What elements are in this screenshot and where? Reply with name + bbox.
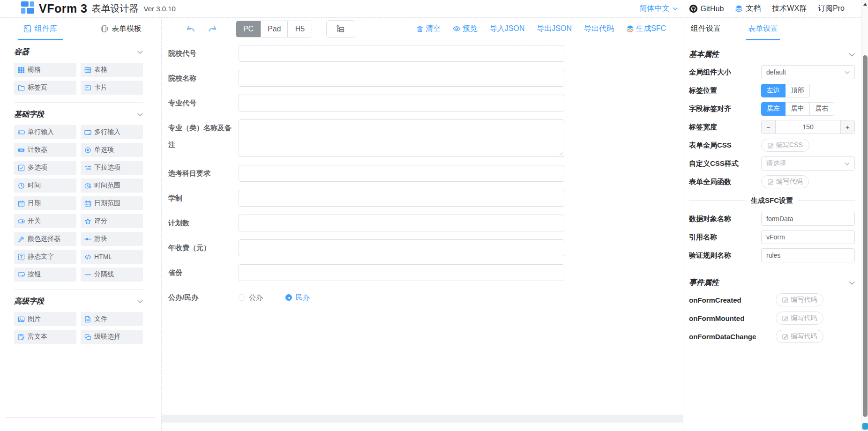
- textarea-input[interactable]: [239, 119, 564, 157]
- tab-widget-library[interactable]: 组件库: [0, 18, 81, 40]
- rules-name-input[interactable]: [761, 248, 855, 262]
- form-field-row[interactable]: 院校代号: [168, 45, 564, 62]
- text-input[interactable]: [239, 190, 564, 207]
- text-input[interactable]: [239, 264, 564, 281]
- text-input[interactable]: [239, 95, 564, 111]
- text-input[interactable]: [239, 70, 564, 87]
- generate-sfc-button[interactable]: 生成SFC: [626, 24, 666, 34]
- basic-props-header[interactable]: 基本属性: [689, 50, 855, 59]
- widget-item-picture[interactable]: 图片: [14, 312, 76, 326]
- write-onformmounted-button[interactable]: 编写代码: [776, 312, 823, 325]
- redo-button[interactable]: [208, 24, 219, 33]
- github-label: GitHub: [701, 5, 724, 13]
- resize-handle-icon[interactable]: [558, 151, 563, 156]
- form-canvas[interactable]: 院校代号 院校名称 专业代号 专业（类）名称及备注: [162, 40, 683, 431]
- widget-item-cascader[interactable]: 级联选择: [81, 330, 143, 344]
- language-selector[interactable]: 简体中文: [640, 4, 678, 14]
- form-field-row[interactable]: 年收费（元）: [168, 239, 564, 256]
- widget-item-rich-text[interactable]: 富文本: [14, 330, 76, 344]
- widget-item-checkbox[interactable]: 多选项: [14, 161, 76, 175]
- radio-option-private[interactable]: 民办: [285, 293, 310, 302]
- widget-item-divider[interactable]: 分隔线: [81, 268, 143, 282]
- text-input[interactable]: [239, 45, 564, 62]
- device-pad[interactable]: Pad: [261, 21, 287, 37]
- widget-item-textarea[interactable]: 多行输入: [81, 125, 143, 139]
- label-width-input[interactable]: [776, 120, 840, 134]
- form-field-row[interactable]: 专业（类）名称及备注: [168, 119, 564, 157]
- section-header-basic-fields[interactable]: 基础字段: [14, 110, 143, 119]
- device-h5[interactable]: H5: [287, 21, 312, 37]
- undo-button[interactable]: [184, 24, 195, 33]
- widget-item-table[interactable]: 表格: [81, 63, 143, 77]
- decrease-button[interactable]: −: [762, 120, 776, 134]
- text-input[interactable]: [239, 165, 564, 182]
- widget-item-tab[interactable]: 标签页: [14, 81, 76, 95]
- form-field-row[interactable]: 学制: [168, 190, 564, 207]
- redo-icon: [208, 24, 219, 33]
- section-header-advanced-fields[interactable]: 高级字段: [14, 297, 143, 306]
- css-class-select[interactable]: 请选择: [761, 156, 855, 171]
- widget-item-html[interactable]: HTML: [81, 250, 143, 264]
- widget-item-time[interactable]: 时间: [14, 178, 76, 193]
- export-code-button[interactable]: 导出代码: [584, 24, 614, 34]
- widget-item-static-text[interactable]: 静态文字: [14, 250, 76, 264]
- widget-item-radio[interactable]: 单选项: [81, 143, 143, 157]
- write-css-button[interactable]: 编写CSS: [761, 139, 809, 152]
- subscribe-pro-link[interactable]: 订阅Pro: [818, 4, 845, 14]
- text-input[interactable]: [239, 215, 564, 231]
- export-json-button[interactable]: 导出JSON: [537, 24, 572, 34]
- widget-item-number[interactable]: 123 计数器: [14, 143, 76, 157]
- widget-item-switch[interactable]: 开关: [14, 214, 76, 228]
- form-field-row[interactable]: 专业代号: [168, 95, 564, 111]
- clear-button[interactable]: 清空: [416, 24, 441, 34]
- widget-item-date-range[interactable]: 日期范围: [81, 196, 143, 210]
- scroll-up-arrow[interactable]: [863, 3, 867, 6]
- write-functions-button[interactable]: 编写代码: [761, 175, 809, 188]
- preview-button[interactable]: 预览: [453, 24, 478, 34]
- device-pc[interactable]: PC: [236, 21, 261, 37]
- widget-item-file[interactable]: 文件: [81, 312, 143, 326]
- widget-item-date[interactable]: 19 日期: [14, 196, 76, 210]
- node-tree-button[interactable]: [326, 20, 355, 38]
- import-json-button[interactable]: 导入JSON: [490, 24, 525, 34]
- widget-item-color-picker[interactable]: 颜色选择器: [14, 232, 76, 246]
- wechat-group-link[interactable]: 技术WX群: [772, 4, 807, 14]
- tab-form-settings[interactable]: 表单设置: [746, 18, 780, 40]
- widget-item-slider[interactable]: 滑块: [81, 232, 143, 246]
- global-size-select[interactable]: default: [761, 65, 855, 79]
- widget-item-select[interactable]: 下拉选项: [81, 161, 143, 175]
- increase-button[interactable]: +: [840, 120, 854, 134]
- widget-item-grid[interactable]: 栅格: [14, 63, 76, 77]
- text-input[interactable]: [239, 239, 564, 256]
- data-object-name-input[interactable]: [761, 212, 855, 226]
- form-field-row[interactable]: 院校名称: [168, 70, 564, 87]
- write-onformcreated-button[interactable]: 编写代码: [776, 293, 823, 306]
- tab-widget-settings[interactable]: 组件设置: [689, 18, 723, 40]
- label-position-left[interactable]: 左边: [761, 84, 786, 97]
- form-field-row[interactable]: 省份: [168, 264, 564, 281]
- form-field-row[interactable]: 选考科目要求: [168, 165, 564, 182]
- widget-item-button[interactable]: 按钮: [14, 268, 76, 282]
- write-onformdatachange-button[interactable]: 编写代码: [776, 330, 823, 343]
- widget-item-input[interactable]: 单行输入: [14, 125, 76, 139]
- form-field-row[interactable]: 计划数: [168, 215, 564, 231]
- event-props-header[interactable]: 事件属性: [689, 278, 855, 288]
- scrollbar-corner-widget[interactable]: [862, 423, 868, 430]
- widget-item-time-range[interactable]: 时间范围: [81, 178, 143, 193]
- cascader-icon: [84, 334, 91, 341]
- widget-item-rate[interactable]: 评分: [81, 214, 143, 228]
- tab-form-templates[interactable]: 表单模板: [81, 18, 161, 40]
- scrollbar-thumb[interactable]: [863, 55, 868, 417]
- align-center[interactable]: 居中: [786, 102, 810, 116]
- align-right[interactable]: 居右: [810, 102, 834, 116]
- label-position-top[interactable]: 顶部: [786, 84, 810, 97]
- ref-name-input[interactable]: [761, 230, 855, 244]
- docs-link[interactable]: 文档: [735, 4, 761, 14]
- widget-item-card[interactable]: 卡片: [81, 81, 143, 95]
- section-header-container[interactable]: 容器: [14, 47, 143, 57]
- radio-option-public[interactable]: 公办: [239, 293, 263, 302]
- align-left[interactable]: 居左: [761, 102, 786, 116]
- form-field-row[interactable]: 公办/民办 公办 民办: [168, 289, 564, 306]
- prop-row-ref-name: 引用名称: [689, 230, 855, 244]
- github-link[interactable]: GitHub: [689, 4, 724, 13]
